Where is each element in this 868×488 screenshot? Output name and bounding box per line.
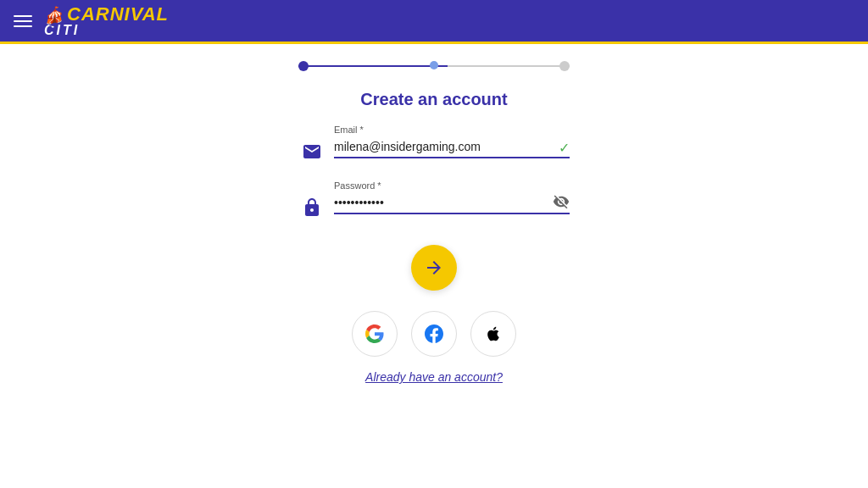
progress-dot-2 — [430, 61, 438, 69]
password-input[interactable] — [334, 192, 570, 214]
progress-bar — [298, 61, 570, 71]
email-check-icon: ✓ — [559, 140, 570, 156]
logo-text: 🎪CARNIVAL CITI — [44, 5, 169, 37]
google-login-button[interactable] — [352, 311, 398, 357]
social-login-row — [352, 311, 516, 357]
email-field-row: Email * ✓ — [298, 125, 570, 167]
lock-icon — [298, 192, 326, 223]
password-field-row: Password * — [298, 180, 570, 223]
password-label: Password * — [334, 180, 570, 191]
progress-dot-1 — [298, 61, 309, 71]
hamburger-menu[interactable] — [14, 15, 32, 27]
form-title: Create an account — [360, 90, 507, 109]
progress-dot-3 — [559, 61, 570, 71]
email-input-wrap: ✓ — [334, 136, 570, 158]
email-input[interactable] — [334, 136, 570, 158]
login-link[interactable]: Already have an account? — [365, 370, 503, 384]
email-label: Email * — [334, 125, 570, 135]
main-content: Create an account Email * ✓ — [0, 44, 868, 384]
toggle-password-icon[interactable] — [553, 193, 570, 214]
create-account-form: Create an account Email * ✓ — [298, 90, 570, 384]
email-wrapper: Email * ✓ — [334, 125, 570, 158]
progress-dots — [298, 61, 570, 71]
apple-login-button[interactable] — [470, 311, 516, 357]
submit-button[interactable] — [411, 245, 457, 291]
password-wrapper: Password * — [334, 180, 570, 214]
facebook-login-button[interactable] — [411, 311, 457, 357]
password-input-wrap — [334, 192, 570, 214]
email-icon — [298, 136, 326, 167]
logo: 🎪CARNIVAL CITI — [44, 5, 169, 37]
app-header: 🎪CARNIVAL CITI — [0, 0, 868, 44]
